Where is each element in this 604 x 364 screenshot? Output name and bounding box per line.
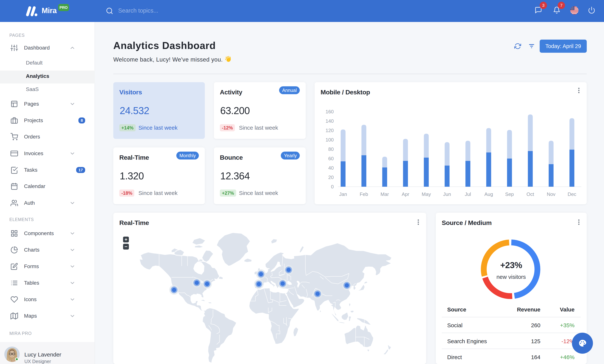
svg-text:Oct: Oct — [527, 191, 534, 197]
svg-text:Dec: Dec — [568, 191, 576, 197]
svg-text:160: 160 — [326, 109, 334, 114]
svg-text:80: 80 — [328, 146, 334, 152]
svg-text:100: 100 — [326, 137, 334, 143]
svg-text:May: May — [422, 191, 431, 197]
svg-text:Sep: Sep — [505, 191, 514, 197]
svg-text:20: 20 — [328, 175, 334, 180]
svg-text:Jun: Jun — [443, 191, 451, 197]
svg-text:120: 120 — [326, 128, 334, 133]
svg-text:Jan: Jan — [339, 191, 347, 197]
svg-text:40: 40 — [328, 165, 334, 171]
svg-text:140: 140 — [326, 118, 334, 124]
svg-text:60: 60 — [328, 156, 334, 161]
svg-text:Feb: Feb — [360, 191, 368, 197]
svg-text:0: 0 — [331, 184, 334, 189]
svg-text:Nov: Nov — [547, 191, 555, 197]
svg-text:Mar: Mar — [380, 191, 389, 197]
svg-text:Aug: Aug — [484, 191, 493, 197]
svg-text:Apr: Apr — [402, 191, 409, 197]
svg-text:Jul: Jul — [465, 191, 471, 197]
